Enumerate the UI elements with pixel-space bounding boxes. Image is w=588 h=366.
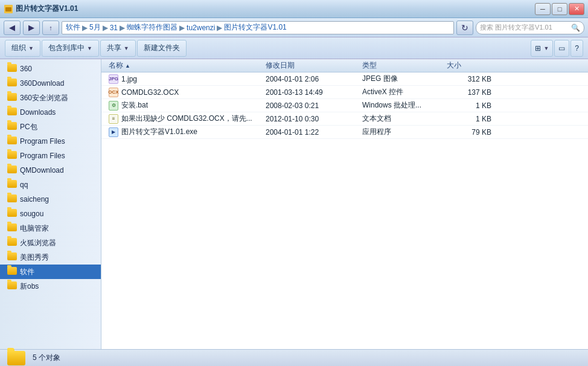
search-placeholder-text: 搜索 图片转文字器V1.01: [480, 23, 571, 32]
organize-arrow-icon: ▼: [28, 45, 34, 51]
search-bar[interactable]: 搜索 图片转文字器V1.01 🔍: [476, 21, 584, 34]
col-header-date[interactable]: 修改日期: [261, 60, 357, 71]
breadcrumb-item-2[interactable]: 5月: [89, 22, 101, 33]
status-count: 5 个对象: [33, 353, 60, 363]
minimize-button[interactable]: ─: [535, 3, 551, 15]
sidebar-item-saicheng[interactable]: saicheng: [0, 192, 101, 207]
file-date-cell: 2012-01-10 0:30: [261, 115, 357, 123]
view-button[interactable]: ⊞ ▼: [531, 40, 553, 57]
file-name-cell: OCX COMDLG32.OCX: [104, 88, 261, 97]
share-arrow-icon: ▼: [124, 45, 129, 51]
folder-icon: [7, 238, 17, 248]
sidebar-item-Program Files 2[interactable]: Program Files: [0, 149, 101, 163]
forward-button[interactable]: ▶: [23, 21, 40, 35]
search-icon[interactable]: 🔍: [571, 24, 580, 32]
file-size-cell: 79 KB: [442, 128, 496, 136]
breadcrumb-sep-2: ▶: [103, 24, 108, 32]
file-type-icon: ▶: [109, 127, 118, 137]
file-type-cell: 文本文档: [357, 114, 442, 124]
sidebar-label: sougou: [20, 210, 43, 218]
folder-icon: [7, 180, 17, 190]
folder-icon: [7, 136, 17, 146]
window-title: 图片转文字器V1.01: [16, 4, 78, 14]
table-row[interactable]: ⚙ 安装.bat 2008-02-03 0:21 Windows 批处理... …: [101, 99, 588, 112]
file-type-icon: ⚙: [109, 101, 118, 111]
folder-icon: [7, 209, 17, 219]
folder-icon: [7, 122, 17, 132]
breadcrumb[interactable]: 软件 ▶ 5月 ▶ 31 ▶ 蜘蛛字符作图器 ▶ tu2wenzi ▶ 图片转文…: [62, 21, 454, 34]
status-folder-icon: [7, 351, 25, 365]
file-type-cell: Windows 批处理...: [357, 100, 442, 111]
sidebar-label: qq: [20, 181, 28, 189]
table-row[interactable]: OCX COMDLG32.OCX 2001-03-13 14:49 Active…: [101, 86, 588, 99]
help-icon: ?: [575, 44, 579, 53]
preview-button[interactable]: ▭: [554, 40, 569, 57]
sort-arrow-icon: ▲: [125, 63, 130, 69]
include-library-button[interactable]: 包含到库中 ▼: [42, 40, 99, 57]
sidebar-item-qq[interactable]: qq: [0, 178, 101, 192]
folder-icon: [7, 93, 17, 103]
new-folder-label: 新建文件夹: [144, 43, 180, 53]
sidebar-item-新obs[interactable]: 新obs: [0, 279, 101, 294]
sidebar-item-360Download[interactable]: 360Download: [0, 76, 101, 91]
breadcrumb-item-5[interactable]: tu2wenzi: [187, 24, 215, 32]
col-header-type[interactable]: 类型: [357, 60, 442, 71]
sidebar-item-Downloads[interactable]: Downloads: [0, 105, 101, 120]
sidebar-item-360安全浏览器[interactable]: 360安全浏览器: [0, 91, 101, 105]
view-icon: ⊞: [535, 44, 541, 53]
sidebar-item-PC包[interactable]: PC包: [0, 120, 101, 134]
breadcrumb-sep-1: ▶: [82, 24, 88, 32]
file-type-cell: ActiveX 控件: [357, 87, 442, 97]
folder-icon: [7, 267, 17, 277]
sidebar-item-电脑管家[interactable]: 电脑管家: [0, 221, 101, 236]
breadcrumb-sep-4: ▶: [179, 24, 185, 32]
preview-icon: ▭: [558, 44, 565, 53]
table-row[interactable]: ▶ 图片转文字器V1.01.exe 2004-01-01 1:22 应用程序 7…: [101, 126, 588, 139]
titlebar-left: 图片转文字器V1.01: [4, 4, 78, 14]
addressbar: ◀ ▶ ↑ 软件 ▶ 5月 ▶ 31 ▶ 蜘蛛字符作图器 ▶ tu2wenzi …: [0, 18, 588, 37]
close-button[interactable]: ✕: [569, 3, 584, 15]
col-header-name[interactable]: 名称 ▲: [104, 60, 261, 71]
col-header-size[interactable]: 大小: [442, 60, 496, 71]
up-button[interactable]: ↑: [42, 21, 59, 35]
breadcrumb-item-4[interactable]: 蜘蛛字符作图器: [127, 22, 177, 33]
table-row[interactable]: JPG 1.jpg 2004-01-01 2:06 JPEG 图像 312 KB: [101, 72, 588, 86]
view-arrow-icon: ▼: [543, 45, 549, 51]
breadcrumb-item-1[interactable]: 软件: [66, 22, 80, 33]
file-type-icon: ≡: [109, 114, 118, 124]
share-button[interactable]: 共享 ▼: [100, 40, 136, 57]
new-folder-button[interactable]: 新建文件夹: [137, 40, 187, 57]
include-library-arrow-icon: ▼: [87, 45, 92, 51]
breadcrumb-item-6[interactable]: 图片转文字器V1.01: [224, 22, 286, 33]
sidebar-label: PC包: [20, 122, 37, 132]
sidebar-item-火狐浏览器[interactable]: 火狐浏览器: [0, 236, 101, 250]
table-row[interactable]: ≡ 如果出现缺少 COMDLG32.OCX，请先... 2012-01-10 0…: [101, 112, 588, 126]
sidebar-item-360[interactable]: 360: [0, 62, 101, 76]
help-button[interactable]: ?: [570, 40, 583, 57]
sidebar-item-美图秀秀[interactable]: 美图秀秀: [0, 250, 101, 265]
sidebar-label: 电脑管家: [20, 223, 49, 234]
breadcrumb-item-3[interactable]: 31: [110, 24, 118, 32]
file-name-cell: ⚙ 安装.bat: [104, 100, 261, 111]
sidebar-label: 新obs: [20, 281, 39, 292]
sidebar-label: 软件: [20, 267, 34, 277]
sidebar-item-QMDownload[interactable]: QMDownload: [0, 163, 101, 178]
file-list: JPG 1.jpg 2004-01-01 2:06 JPEG 图像 312 KB…: [101, 72, 588, 349]
file-name-cell: ▶ 图片转文字器V1.01.exe: [104, 127, 261, 137]
toolbar: 组织 ▼ 包含到库中 ▼ 共享 ▼ 新建文件夹 ⊞ ▼ ▭ ?: [0, 37, 588, 59]
back-button[interactable]: ◀: [4, 21, 21, 35]
sidebar-item-Program Files 1[interactable]: Program Files: [0, 134, 101, 149]
sidebar-label: Program Files: [20, 137, 65, 146]
titlebar: 图片转文字器V1.01 ─ □ ✕: [0, 0, 588, 18]
sidebar-item-sougou[interactable]: sougou: [0, 207, 101, 221]
maximize-button[interactable]: □: [552, 3, 567, 15]
statusbar: 5 个对象: [0, 349, 588, 366]
refresh-button[interactable]: ↻: [456, 21, 473, 35]
folder-icon: [7, 64, 17, 74]
sidebar-label: 火狐浏览器: [20, 238, 56, 248]
file-date-cell: 2001-03-13 14:49: [261, 88, 357, 97]
sidebar-label: saicheng: [20, 195, 49, 204]
sidebar-item-软件[interactable]: 软件: [0, 265, 101, 279]
organize-button[interactable]: 组织 ▼: [5, 40, 40, 57]
sidebar: 360360Download360安全浏览器DownloadsPC包Progra…: [0, 59, 101, 349]
